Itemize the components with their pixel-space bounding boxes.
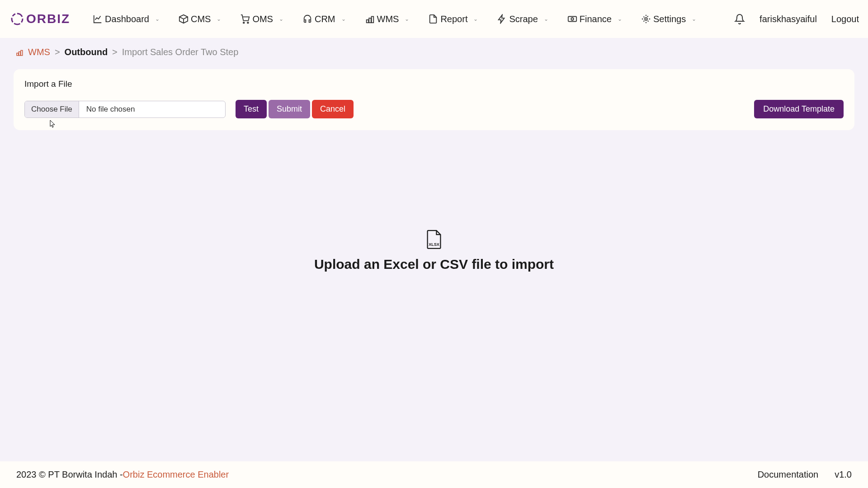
- svg-rect-6: [568, 17, 576, 22]
- card-title: Import a File: [24, 79, 844, 89]
- nav-settings[interactable]: Settings ⌄: [641, 14, 696, 24]
- xlsx-file-icon: XLSX: [426, 230, 442, 249]
- nav-label: OMS: [252, 14, 273, 24]
- nav-items: Dashboard ⌄ CMS ⌄ OMS ⌄ CRM ⌄: [93, 14, 734, 24]
- navbar: ORBIZ Dashboard ⌄ CMS ⌄ OMS ⌄: [0, 0, 868, 38]
- headset-icon: [302, 14, 312, 24]
- nav-wms[interactable]: WMS ⌄: [365, 14, 410, 24]
- chevron-down-icon: ⌄: [473, 16, 478, 22]
- test-button[interactable]: Test: [236, 100, 267, 118]
- documentation-link[interactable]: Documentation: [758, 469, 819, 480]
- nav-report[interactable]: Report ⌄: [428, 14, 478, 24]
- box-icon: [179, 14, 189, 24]
- warehouse-icon: [365, 14, 375, 24]
- logo-icon: [10, 12, 24, 26]
- nav-crm[interactable]: CRM ⌄: [302, 14, 346, 24]
- nav-label: CMS: [191, 14, 211, 24]
- svg-text:XLSX: XLSX: [429, 242, 439, 247]
- warehouse-icon: [15, 48, 24, 56]
- nav-label: Dashboard: [105, 14, 149, 24]
- cancel-button[interactable]: Cancel: [312, 100, 354, 118]
- chevron-down-icon: ⌄: [341, 16, 346, 22]
- breadcrumb-sep: >: [55, 47, 60, 57]
- main-content: XLSX Upload an Excel or CSV file to impo…: [0, 230, 868, 272]
- action-buttons: Test Submit Cancel: [236, 100, 354, 118]
- svg-rect-10: [19, 52, 21, 55]
- file-input[interactable]: Choose File No file chosen: [24, 101, 226, 118]
- bolt-icon: [497, 14, 507, 24]
- submit-button[interactable]: Submit: [269, 100, 310, 118]
- footer-brand-link[interactable]: Orbiz Ecommerce Enabler: [123, 469, 229, 480]
- svg-point-1: [243, 22, 245, 23]
- nav-oms[interactable]: OMS ⌄: [240, 14, 283, 24]
- logout-link[interactable]: Logout: [831, 14, 859, 24]
- footer-copyright: 2023 © PT Borwita Indah -: [16, 469, 123, 480]
- svg-rect-9: [17, 53, 19, 55]
- nav-label: CRM: [315, 14, 335, 24]
- breadcrumb-sep: >: [112, 47, 118, 57]
- file-status-text: No file chosen: [79, 105, 142, 114]
- svg-point-8: [645, 18, 647, 20]
- nav-label: WMS: [377, 14, 399, 24]
- breadcrumb-section[interactable]: Outbound: [65, 47, 108, 57]
- chart-line-icon: [93, 14, 103, 24]
- username[interactable]: fariskhasyaiful: [760, 14, 817, 24]
- svg-point-0: [12, 14, 23, 24]
- gear-icon: [641, 14, 651, 24]
- footer: 2023 © PT Borwita Indah - Orbiz Ecommerc…: [0, 461, 868, 488]
- chevron-down-icon: ⌄: [279, 16, 283, 22]
- download-template-button[interactable]: Download Template: [754, 100, 844, 118]
- svg-rect-11: [21, 50, 23, 55]
- money-icon: [567, 14, 577, 24]
- chevron-down-icon: ⌄: [692, 16, 696, 22]
- nav-scrape[interactable]: Scrape ⌄: [497, 14, 548, 24]
- logo-text: ORBIZ: [26, 12, 70, 26]
- bell-icon[interactable]: [734, 14, 745, 24]
- version-text: v1.0: [835, 469, 852, 480]
- nav-finance[interactable]: Finance ⌄: [567, 14, 622, 24]
- svg-rect-3: [366, 20, 368, 23]
- upload-prompt: Upload an Excel or CSV file to import: [314, 257, 554, 272]
- document-icon: [428, 14, 438, 24]
- svg-point-2: [247, 22, 249, 23]
- svg-point-7: [571, 18, 574, 20]
- nav-label: Scrape: [509, 14, 538, 24]
- chevron-down-icon: ⌄: [155, 16, 160, 22]
- breadcrumb-root[interactable]: WMS: [28, 47, 50, 57]
- nav-label: Report: [440, 14, 467, 24]
- chevron-down-icon: ⌄: [618, 16, 622, 22]
- choose-file-button[interactable]: Choose File: [25, 101, 79, 117]
- logo[interactable]: ORBIZ: [10, 12, 70, 26]
- svg-rect-4: [369, 18, 371, 23]
- cart-icon: [240, 14, 250, 24]
- breadcrumb-current: Import Sales Order Two Step: [122, 47, 239, 57]
- breadcrumb: WMS > Outbound > Import Sales Order Two …: [0, 38, 868, 63]
- import-card: Import a File Choose File No file chosen…: [14, 69, 854, 130]
- nav-label: Settings: [653, 14, 686, 24]
- chevron-down-icon: ⌄: [405, 16, 409, 22]
- chevron-down-icon: ⌄: [544, 16, 548, 22]
- nav-label: Finance: [580, 14, 612, 24]
- nav-right: fariskhasyaiful Logout: [734, 14, 859, 24]
- chevron-down-icon: ⌄: [217, 16, 221, 22]
- svg-rect-5: [371, 17, 373, 23]
- file-row: Choose File No file chosen Test Submit C…: [24, 100, 844, 118]
- nav-cms[interactable]: CMS ⌄: [179, 14, 221, 24]
- nav-dashboard[interactable]: Dashboard ⌄: [93, 14, 160, 24]
